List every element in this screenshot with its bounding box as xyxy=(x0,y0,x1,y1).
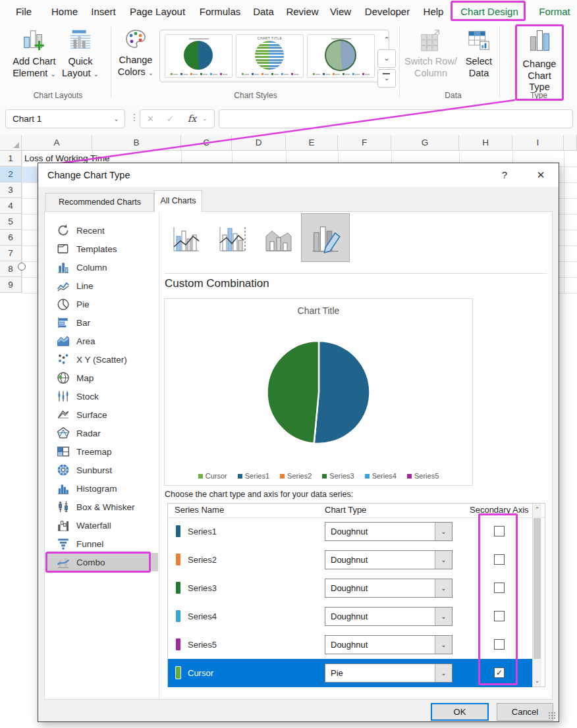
help-button[interactable]: ? xyxy=(491,163,518,187)
ok-button[interactable]: OK xyxy=(431,703,489,721)
category-item-area[interactable]: Area xyxy=(45,332,158,350)
scroll-down-icon[interactable]: ⌄ xyxy=(533,675,541,687)
row-header-5[interactable]: 5 xyxy=(0,214,22,230)
name-box[interactable]: Chart 1 ⌄ xyxy=(5,109,125,128)
chevron-down-icon[interactable]: ⌄ xyxy=(435,664,452,682)
category-item-histogram[interactable]: Histogram xyxy=(45,479,158,498)
category-item-line[interactable]: Line xyxy=(45,276,158,295)
subtype-stacked-area-clustered-column[interactable] xyxy=(263,223,294,253)
menu-item-format[interactable]: Format xyxy=(539,0,570,23)
menu-item-help[interactable]: Help xyxy=(424,0,444,23)
chart-type-dropdown-series2[interactable]: ⌄Doughnut xyxy=(325,550,453,569)
chart-style-thumbnail-3[interactable] xyxy=(307,34,375,78)
chevron-down-icon[interactable]: ⌄ xyxy=(435,523,452,540)
series-row-series4[interactable]: ⌄DoughnutSeries4 xyxy=(168,602,532,631)
category-item-templates[interactable]: Templates xyxy=(45,240,158,258)
chevron-down-icon[interactable]: ⌄ xyxy=(435,636,452,654)
series-row-series3[interactable]: ⌄DoughnutSeries3 xyxy=(168,574,532,602)
tab-recommended-charts[interactable]: Recommended Charts xyxy=(45,193,154,212)
secondary-axis-checkbox-series2[interactable] xyxy=(494,554,505,565)
column-header-b[interactable]: B xyxy=(92,135,181,151)
menu-item-file[interactable]: File xyxy=(16,0,32,23)
row-header-4[interactable]: 4 xyxy=(0,198,22,214)
subtype-custom-combination[interactable] xyxy=(301,213,350,262)
formula-input[interactable] xyxy=(219,109,573,128)
chevron-down-icon[interactable]: ⌄ xyxy=(435,608,452,625)
row-header-6[interactable]: 6 xyxy=(0,230,22,246)
category-item-sunburst[interactable]: Sunburst xyxy=(45,461,158,479)
table-scrollbar[interactable]: ⌃ ⌄ xyxy=(532,504,541,687)
category-item-radar[interactable]: Radar xyxy=(45,424,158,442)
category-item-surface[interactable]: Surface xyxy=(45,405,158,424)
chart-type-dropdown-cursor[interactable]: ⌄Pie xyxy=(325,663,453,683)
select-all-corner[interactable] xyxy=(0,135,22,151)
scroll-up-icon[interactable]: ⌃ xyxy=(533,504,541,515)
menu-item-insert[interactable]: Insert xyxy=(91,0,116,23)
column-header-h[interactable]: H xyxy=(459,135,512,151)
menu-item-chart-design[interactable]: Chart Design xyxy=(460,0,518,23)
category-item-waterfall[interactable]: Waterfall xyxy=(45,516,158,534)
chart-type-dropdown-series3[interactable]: ⌄Doughnut xyxy=(325,579,453,598)
select-data-button[interactable]: Select Data xyxy=(460,28,498,79)
chart-type-dropdown-series1[interactable]: ⌄Doughnut xyxy=(325,522,453,541)
menu-item-page-layout[interactable]: Page Layout xyxy=(130,0,185,23)
column-header-d[interactable]: D xyxy=(232,135,286,151)
chart-selection-handle[interactable] xyxy=(18,263,26,271)
row-header-3[interactable]: 3 xyxy=(0,182,22,198)
column-header-a[interactable]: A xyxy=(22,135,92,151)
secondary-axis-checkbox-series4[interactable] xyxy=(494,611,505,621)
secondary-axis-checkbox-series3[interactable] xyxy=(494,583,505,593)
add-chart-element-button[interactable]: Add Chart Element ⌄ xyxy=(8,28,61,79)
enter-entry-icon[interactable]: ✓ xyxy=(167,110,174,128)
subtype-clustered-column-line[interactable] xyxy=(171,223,202,253)
chart-style-thumbnail-1[interactable] xyxy=(165,34,233,78)
category-item-combo[interactable]: Combo xyxy=(45,553,158,571)
change-chart-type-button[interactable]: Change Chart Type xyxy=(518,28,561,93)
row-header-9[interactable]: 9 xyxy=(0,277,22,293)
column-header-g[interactable]: G xyxy=(391,135,459,151)
resize-grip[interactable] xyxy=(548,712,556,719)
category-item-column[interactable]: Column xyxy=(45,258,158,276)
chart-type-dropdown-series4[interactable]: ⌄Doughnut xyxy=(325,607,453,626)
menu-item-developer[interactable]: Developer xyxy=(365,0,410,23)
menu-item-data[interactable]: Data xyxy=(253,0,274,23)
tab-all-charts[interactable]: All Charts xyxy=(154,190,202,212)
gallery-scroll-down-button[interactable]: ⌄ xyxy=(377,49,396,68)
gallery-more-button[interactable]: ⌄ xyxy=(377,69,396,88)
column-header-i[interactable]: I xyxy=(512,135,564,151)
category-item-bar[interactable]: Bar xyxy=(45,313,158,332)
category-item-box-whisker[interactable]: Box & Whisker xyxy=(45,498,158,516)
secondary-axis-checkbox-series5[interactable] xyxy=(494,639,505,650)
chart-style-thumbnail-2[interactable]: CHART TITLE xyxy=(236,34,304,78)
category-item-pie[interactable]: Pie xyxy=(45,295,158,313)
column-header-partial[interactable] xyxy=(564,135,577,151)
scrollbar-thumb[interactable] xyxy=(534,518,541,659)
insert-function-icon[interactable]: fx xyxy=(188,110,196,128)
chevron-down-icon[interactable]: ⌄ xyxy=(435,579,452,597)
series-row-series5[interactable]: ⌄DoughnutSeries5 xyxy=(168,631,532,659)
row-header-1[interactable]: 1 xyxy=(0,151,22,167)
chart-type-dropdown-series5[interactable]: ⌄Doughnut xyxy=(325,635,453,654)
column-header-e[interactable]: E xyxy=(286,135,338,151)
cancel-entry-icon[interactable]: ✕ xyxy=(147,110,154,128)
chevron-down-icon[interactable]: ⌄ xyxy=(435,551,452,569)
menu-item-formulas[interactable]: Formulas xyxy=(200,0,241,23)
category-item-funnel[interactable]: Funnel xyxy=(45,534,158,553)
gallery-scroll-up-button[interactable]: ⌃ xyxy=(377,31,396,49)
column-header-f[interactable]: F xyxy=(338,135,391,151)
secondary-axis-checkbox-cursor[interactable]: ✓ xyxy=(494,667,505,678)
close-button[interactable]: ✕ xyxy=(526,163,556,187)
series-row-cursor[interactable]: ⌄Pie✓Cursor xyxy=(168,659,532,687)
menu-item-home[interactable]: Home xyxy=(51,0,78,23)
category-item-stock[interactable]: Stock xyxy=(45,387,158,405)
row-header-7[interactable]: 7 xyxy=(0,246,22,261)
category-item-map[interactable]: Map xyxy=(45,369,158,387)
category-item-x-y-scatter[interactable]: X Y (Scatter) xyxy=(45,350,158,369)
cancel-button[interactable]: Cancel xyxy=(497,703,553,721)
menu-item-view[interactable]: View xyxy=(330,0,351,23)
column-header-c[interactable]: C xyxy=(181,135,232,151)
secondary-axis-checkbox-series1[interactable] xyxy=(494,526,505,536)
change-colors-button[interactable]: Change Colors ⌄ xyxy=(113,28,158,78)
category-item-treemap[interactable]: Treemap xyxy=(45,442,158,461)
series-row-series1[interactable]: ⌄DoughnutSeries1 xyxy=(168,517,532,546)
